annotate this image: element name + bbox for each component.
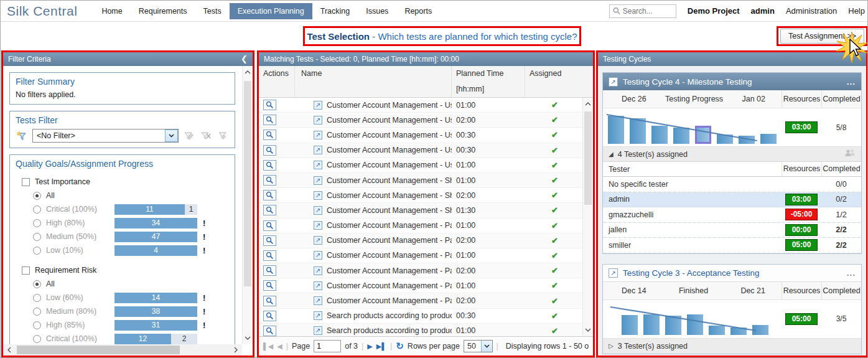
administration-link[interactable]: Administration	[786, 6, 837, 16]
scroll-left-icon[interactable]	[4, 344, 14, 356]
open-test-icon[interactable]: ↗	[314, 296, 322, 305]
card-menu-icon[interactable]: ...	[847, 268, 856, 278]
radio-critical-100[interactable]	[33, 205, 41, 214]
test-assignment-button[interactable]: Test Assignment >>	[780, 29, 864, 44]
open-test-icon[interactable]: ↗	[314, 191, 322, 200]
inspect-test-icon[interactable]	[263, 326, 276, 336]
inspect-test-icon[interactable]	[263, 280, 276, 291]
card-menu-icon[interactable]: ...	[847, 77, 856, 87]
inspect-test-icon[interactable]	[263, 311, 276, 321]
inspect-test-icon[interactable]	[263, 160, 276, 171]
nav-item-issues[interactable]: Issues	[358, 3, 396, 19]
tester-row-jallen[interactable]: jallen00:002/2	[603, 223, 861, 238]
test-row[interactable]: ↗Customer Account Management - Pay...02:…	[259, 263, 582, 278]
test-row[interactable]: ↗Customer Account Management - Ship...01…	[259, 173, 582, 188]
search-box[interactable]	[609, 4, 676, 18]
test-row[interactable]: ↗Customer Account Management - Pay...01:…	[259, 278, 582, 293]
open-test-icon[interactable]: ↗	[314, 251, 322, 260]
filter-vertical-scrollbar[interactable]	[242, 66, 253, 344]
tester-row-smiller[interactable]: smiller05:002/2	[603, 238, 861, 253]
testers-toggle[interactable]: ◢ 4 Tester(s) assigned	[603, 147, 861, 162]
inspect-test-icon[interactable]	[263, 265, 276, 276]
radio-high-80[interactable]	[33, 219, 41, 227]
inspect-test-icon[interactable]	[263, 130, 276, 140]
open-cycle-icon[interactable]: ↗	[609, 268, 618, 278]
filter-horizontal-scrollbar[interactable]	[3, 344, 242, 356]
scroll-down-icon[interactable]	[583, 325, 593, 335]
test-row[interactable]: ↗Customer Account Management - User...00…	[259, 143, 582, 158]
filter-options-icon[interactable]	[217, 130, 229, 141]
inspect-test-icon[interactable]	[263, 250, 276, 261]
rows-per-page-dropdown[interactable]: 50	[464, 340, 493, 352]
radio-all[interactable]	[33, 280, 41, 288]
testers-toggle[interactable]: ▷ 3 Tester(s) assigned	[603, 339, 861, 354]
open-test-icon[interactable]: ↗	[314, 176, 322, 185]
tests-filter-dropdown[interactable]: <No Filter>	[32, 129, 179, 143]
radio-high-85[interactable]	[33, 321, 41, 329]
tester-row-gmazzuchelli[interactable]: gmazzuchelli-05:001/2	[603, 207, 861, 223]
test-row[interactable]: ↗Customer Account Management - User...00…	[259, 128, 582, 143]
radio-critical-100[interactable]	[33, 335, 41, 343]
test-row[interactable]: ↗Customer Account Management - Pay...01:…	[259, 248, 582, 263]
open-test-icon[interactable]: ↗	[314, 101, 322, 110]
test-row[interactable]: ↗Customer Account Management - Pay...02:…	[259, 233, 582, 248]
open-test-icon[interactable]: ↗	[314, 266, 322, 275]
open-test-icon[interactable]: ↗	[314, 221, 322, 230]
inspect-test-icon[interactable]	[263, 296, 276, 306]
open-test-icon[interactable]: ↗	[314, 146, 322, 154]
nav-item-reports[interactable]: Reports	[396, 3, 440, 19]
test-row[interactable]: ↗Customer Account Management - Pay...01:…	[259, 219, 582, 233]
inspect-test-icon[interactable]	[263, 100, 276, 110]
open-test-icon[interactable]: ↗	[314, 236, 322, 245]
scrollbar-thumb[interactable]	[17, 346, 180, 354]
inspect-test-icon[interactable]	[263, 220, 276, 231]
tester-row-no-specific-tester[interactable]: No specific tester0/0	[603, 177, 861, 192]
search-input[interactable]	[623, 7, 673, 16]
radio-low-10[interactable]	[33, 247, 41, 255]
test-row[interactable]: ↗Search products according to productg..…	[259, 324, 582, 336]
inspect-test-icon[interactable]	[263, 175, 276, 186]
nav-item-tracking[interactable]: Tracking	[312, 3, 358, 19]
test-row[interactable]: ↗Customer Account Management - Pay...02:…	[259, 293, 582, 308]
tests-vertical-scrollbar[interactable]	[582, 98, 593, 336]
tester-row-admin[interactable]: admin03:000/2	[603, 192, 861, 208]
first-page-icon[interactable]: ▌◀	[263, 342, 273, 351]
test-row[interactable]: ↗Search products according to productg..…	[259, 309, 582, 324]
radio-low-60[interactable]	[33, 294, 41, 302]
nav-item-tests[interactable]: Tests	[195, 3, 230, 19]
inspect-test-icon[interactable]	[263, 145, 276, 156]
chevron-down-icon[interactable]	[165, 130, 178, 142]
radio-all[interactable]	[33, 192, 41, 200]
open-test-icon[interactable]: ↗	[314, 116, 322, 125]
nav-item-requirements[interactable]: Requirements	[131, 3, 195, 19]
refresh-icon[interactable]: ↻	[396, 341, 404, 352]
nav-item-home[interactable]: Home	[93, 3, 130, 19]
inspect-test-icon[interactable]	[263, 235, 276, 246]
inspect-test-icon[interactable]	[263, 205, 276, 215]
open-test-icon[interactable]: ↗	[314, 326, 322, 335]
scroll-up-icon[interactable]	[583, 99, 593, 109]
previous-page-icon[interactable]: ◀	[277, 342, 282, 351]
page-number-input[interactable]	[314, 340, 341, 352]
test-row[interactable]: ↗Customer Account Management - Ship...01…	[259, 203, 582, 218]
next-page-icon[interactable]: ▶	[367, 342, 372, 351]
open-test-icon[interactable]: ↗	[314, 206, 322, 215]
nav-item-execution-planning[interactable]: Execution Planning	[230, 3, 312, 19]
checkbox-requirement-risk[interactable]	[22, 266, 30, 275]
scrollbar-thumb[interactable]	[584, 111, 592, 205]
help-link[interactable]: Help	[848, 6, 865, 16]
new-filter-icon[interactable]	[16, 130, 28, 141]
collapse-panel-icon[interactable]: ❮	[241, 52, 248, 66]
test-row[interactable]: ↗Customer Account Management - User...01…	[259, 98, 582, 113]
inspect-test-icon[interactable]	[263, 115, 276, 125]
test-row[interactable]: ↗Customer Account Management - User...02…	[259, 113, 582, 128]
user-menu[interactable]: admin	[751, 6, 775, 16]
radio-medium-50[interactable]	[33, 233, 41, 241]
checkbox-test-importance[interactable]	[22, 178, 30, 186]
scroll-down-icon[interactable]	[243, 333, 253, 343]
inspect-test-icon[interactable]	[263, 190, 276, 200]
test-row[interactable]: ↗Customer Account Management - Ship...02…	[259, 188, 582, 203]
scroll-right-icon[interactable]	[231, 344, 241, 356]
open-test-icon[interactable]: ↗	[314, 311, 322, 320]
open-cycle-icon[interactable]: ↗	[609, 77, 618, 87]
